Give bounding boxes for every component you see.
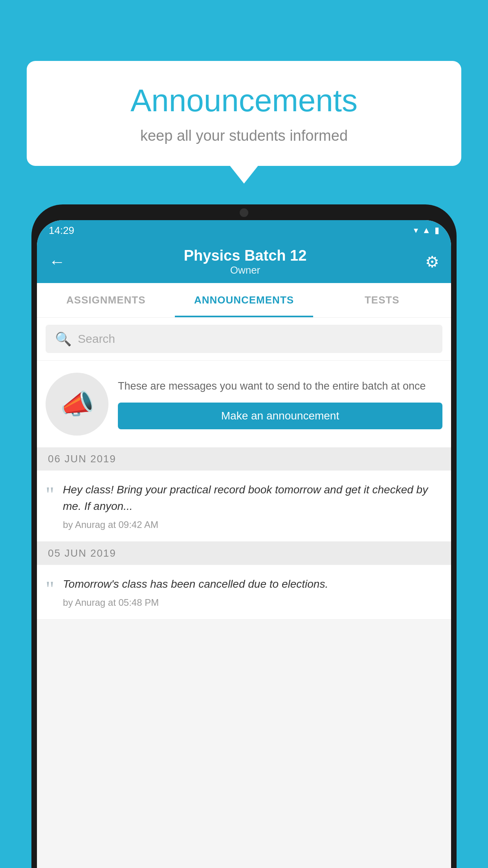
date-divider-1: 06 JUN 2019 xyxy=(37,447,451,471)
search-icon: 🔍 xyxy=(55,331,72,347)
megaphone-circle: 📣 xyxy=(46,373,108,436)
tab-tests[interactable]: TESTS xyxy=(313,283,451,317)
status-bar: 14:29 ▾ ▲ ▮ xyxy=(37,220,451,241)
announcements-title: Announcements xyxy=(50,83,438,119)
wifi-icon: ▾ xyxy=(414,225,418,235)
search-bar[interactable]: 🔍 Search xyxy=(46,325,442,353)
status-time: 14:29 xyxy=(49,224,74,237)
announcement-message-1: Hey class! Bring your practical record b… xyxy=(63,482,442,515)
tabs-bar: ASSIGNMENTS ANNOUNCEMENTS TESTS xyxy=(37,283,451,318)
app-header: ← Physics Batch 12 Owner ⚙ xyxy=(37,241,451,283)
phone-frame: 14:29 ▾ ▲ ▮ ← Physics Batch 12 Owner ⚙ A… xyxy=(31,204,457,868)
battery-icon: ▮ xyxy=(435,225,439,235)
announcement-item-1[interactable]: " Hey class! Bring your practical record… xyxy=(37,471,451,542)
quote-icon-2: " xyxy=(46,578,54,600)
announcement-item-2[interactable]: " Tomorrow's class has been cancelled du… xyxy=(37,565,451,620)
speech-bubble-container: Announcements keep all your students inf… xyxy=(27,61,461,166)
back-button[interactable]: ← xyxy=(49,252,65,271)
settings-icon[interactable]: ⚙ xyxy=(425,253,439,271)
announcement-message-2: Tomorrow's class has been cancelled due … xyxy=(63,576,442,592)
search-placeholder-text: Search xyxy=(78,332,115,346)
promo-text-area: These are messages you want to send to t… xyxy=(118,379,442,429)
quote-icon-1: " xyxy=(46,484,54,505)
promo-description: These are messages you want to send to t… xyxy=(118,379,442,394)
phone-camera xyxy=(240,208,248,217)
announcement-meta-2: by Anurag at 05:48 PM xyxy=(63,597,442,608)
speech-bubble: Announcements keep all your students inf… xyxy=(27,61,461,166)
status-icons: ▾ ▲ ▮ xyxy=(414,225,439,235)
phone-notch xyxy=(216,204,272,219)
tab-announcements[interactable]: ANNOUNCEMENTS xyxy=(175,283,313,317)
announcement-text-2: Tomorrow's class has been cancelled due … xyxy=(63,576,442,608)
announcement-meta-1: by Anurag at 09:42 AM xyxy=(63,519,442,530)
phone-screen: 14:29 ▾ ▲ ▮ ← Physics Batch 12 Owner ⚙ A… xyxy=(37,220,451,868)
search-bar-container: 🔍 Search xyxy=(37,318,451,360)
tab-assignments[interactable]: ASSIGNMENTS xyxy=(37,283,175,317)
make-announcement-button[interactable]: Make an announcement xyxy=(118,403,442,429)
announcements-subtitle: keep all your students informed xyxy=(50,127,438,144)
signal-icon: ▲ xyxy=(422,225,431,235)
announcement-text-1: Hey class! Bring your practical record b… xyxy=(63,482,442,530)
content-area: 🔍 Search 📣 These are messages you want t… xyxy=(37,318,451,868)
header-center: Physics Batch 12 Owner xyxy=(184,247,307,276)
header-subtitle: Owner xyxy=(184,264,307,276)
date-divider-2: 05 JUN 2019 xyxy=(37,542,451,565)
header-title: Physics Batch 12 xyxy=(184,247,307,264)
announcement-promo: 📣 These are messages you want to send to… xyxy=(37,361,451,447)
megaphone-icon: 📣 xyxy=(60,388,94,420)
